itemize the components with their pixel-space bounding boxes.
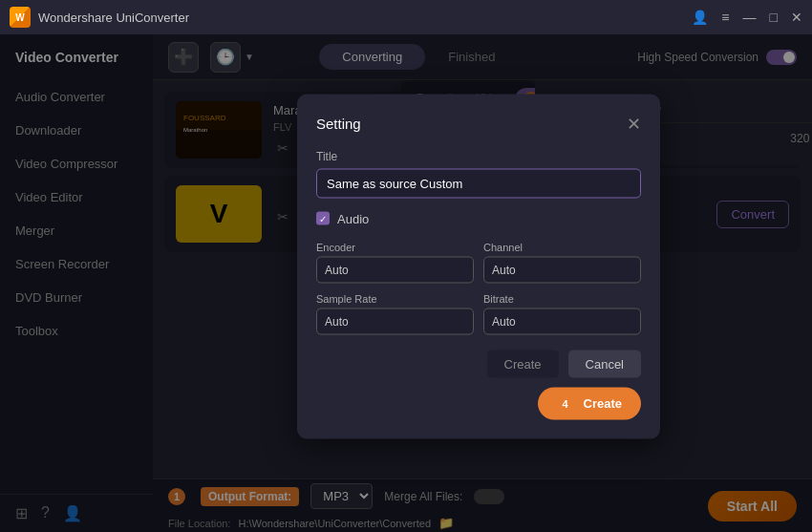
selects-grid: Encoder Auto Channel Auto Sample Rate Au… (316, 241, 641, 334)
audio-checkbox-label: Audio (337, 211, 369, 225)
channel-select[interactable]: Auto (483, 256, 641, 283)
title-bar-left: W Wondershare UniConverter (10, 7, 189, 28)
create-disabled-button[interactable]: Create (487, 350, 559, 377)
title-bar: W Wondershare UniConverter 👤 ≡ — □ ✕ (0, 0, 812, 34)
maximize-icon[interactable]: □ (770, 10, 778, 25)
dialog-title-row: Setting ✕ (316, 113, 641, 134)
sample-rate-group: Sample Rate Auto (316, 292, 474, 334)
audio-checkbox[interactable]: ✓ (316, 212, 330, 225)
encoder-group: Encoder Auto (316, 241, 474, 283)
close-icon[interactable]: ✕ (791, 10, 802, 25)
menu-icon[interactable]: ≡ (721, 10, 729, 25)
cancel-button[interactable]: Cancel (568, 350, 641, 377)
audio-checkbox-row: ✓ Audio (316, 211, 641, 225)
app-title: Wondershare UniConverter (38, 11, 189, 25)
bitrate-label: Bitrate (483, 292, 641, 304)
channel-label: Channel (483, 241, 641, 252)
step4-create-label: Create (584, 396, 622, 411)
title-field-label: Title (316, 149, 641, 162)
sample-rate-select[interactable]: Auto (316, 308, 474, 334)
encoder-select[interactable]: Auto (316, 256, 474, 283)
bitrate-select[interactable]: Auto (483, 308, 641, 334)
setting-dialog: Setting ✕ Title ✓ Audio Encoder Auto Cha… (297, 94, 660, 438)
dialog-actions: Create Cancel (316, 350, 641, 377)
profile-icon[interactable]: 👤 (692, 10, 708, 25)
dialog-title: Setting (316, 116, 361, 132)
bitrate-group: Bitrate Auto (483, 292, 641, 334)
title-input[interactable] (316, 168, 641, 198)
step4-row: 4 Create (316, 387, 641, 419)
step4-badge: 4 (557, 394, 574, 412)
dialog-close-button[interactable]: ✕ (627, 113, 641, 134)
channel-group: Channel Auto (483, 241, 641, 283)
sample-rate-label: Sample Rate (316, 292, 474, 304)
encoder-label: Encoder (316, 241, 474, 252)
title-bar-controls: 👤 ≡ — □ ✕ (692, 10, 802, 25)
minimize-icon[interactable]: — (743, 10, 757, 25)
step4-create-button[interactable]: 4 Create (538, 387, 641, 419)
app-logo: W (10, 7, 31, 28)
